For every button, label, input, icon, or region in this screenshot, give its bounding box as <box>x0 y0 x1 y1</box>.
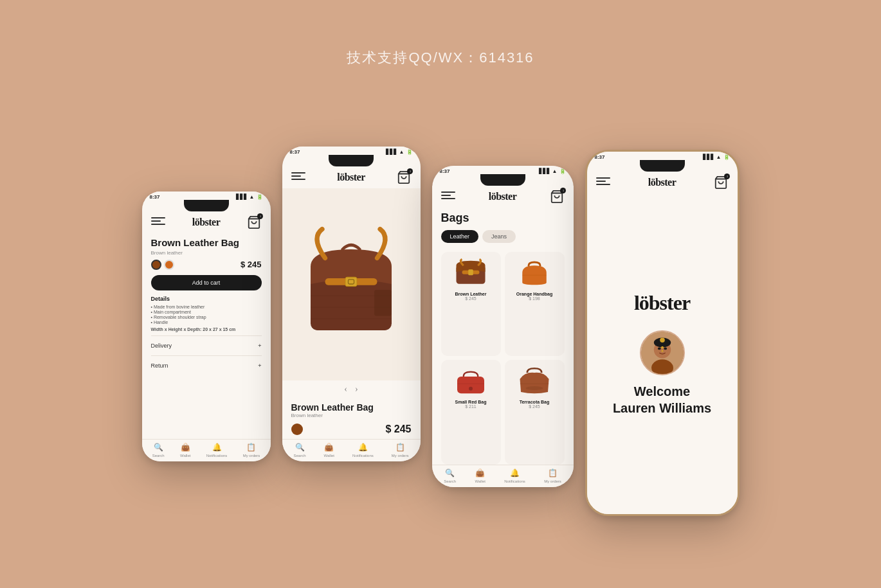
add-to-cart-button[interactable]: Add to cart <box>151 275 262 290</box>
product-title-2: Brown Leather Bag <box>291 402 412 413</box>
nav-search-3[interactable]: 🔍 Search <box>444 469 456 483</box>
status-icons-1: ▋▋▋ ▲ 🔋 <box>236 194 263 200</box>
screen2-info: Brown Leather Bag Brown leather $ 245 <box>282 398 421 439</box>
details-list: Made from bovine leather Main compartmen… <box>151 305 262 325</box>
nav-wallet-3[interactable]: 👜 Wallet <box>475 469 485 483</box>
details-title: Details <box>151 296 262 302</box>
nav-notifications-2[interactable]: 🔔 Notifications <box>352 443 374 458</box>
cart-icon-3[interactable]: 1 <box>550 190 564 204</box>
avatar-image <box>641 332 684 374</box>
cart-icon-4[interactable]: 1 <box>714 175 728 190</box>
bottom-nav-1: 🔍 Search 👜 Wallet 🔔 Notifications 📋 My o… <box>142 439 271 461</box>
swatch-orange[interactable] <box>164 260 174 270</box>
product-card-1[interactable]: Brown Leather $ 245 <box>441 252 501 357</box>
detail-item-1: Made from bovine leather <box>151 305 262 309</box>
menu-icon-3[interactable] <box>441 192 455 202</box>
detail-item-2: Main compartment <box>151 310 262 314</box>
menu-icon-1[interactable] <box>151 217 165 227</box>
status-icons-2: ▋▋▋ ▲ 🔋 <box>386 149 413 155</box>
cart-badge-1: 1 <box>257 213 263 219</box>
logo-3: löbster <box>489 191 517 202</box>
time-1: 8:37 <box>150 194 160 200</box>
bottom-nav-2: 🔍 Search 👜 Wallet 🔔 Notifications 📋 My o… <box>282 439 421 461</box>
status-bar-3: 8:37 ▋▋▋ ▲ 🔋 <box>432 166 574 174</box>
svg-point-28 <box>657 347 660 350</box>
product-img-4 <box>515 365 554 397</box>
svg-point-26 <box>661 346 664 348</box>
bag-illustration <box>293 220 409 348</box>
svg-point-19 <box>526 386 543 390</box>
product-card-4[interactable]: Terracota Bag $ 245 <box>505 360 565 465</box>
logo-2: löbster <box>337 172 365 183</box>
nav-search-1[interactable]: 🔍 Search <box>152 443 165 458</box>
product-price-4: $ 245 <box>529 404 540 409</box>
product-img-1 <box>451 257 490 289</box>
swatch-brown[interactable] <box>151 260 161 270</box>
cart-icon-1[interactable]: 1 <box>247 215 261 229</box>
cart-icon-2[interactable]: 1 <box>397 170 411 184</box>
notch-2 <box>329 155 374 166</box>
time-3: 8:37 <box>440 168 450 174</box>
nav-wallet-1[interactable]: 👜 Wallet <box>180 443 190 458</box>
product-img-2 <box>515 257 554 289</box>
product-name-3: Small Red Bag <box>455 400 486 404</box>
image-nav[interactable]: ‹ › <box>282 380 421 398</box>
app-header-4: löbster 1 <box>587 172 738 193</box>
bell-icon-1: 🔔 <box>212 443 221 452</box>
product-subtitle-1: Brown leather <box>151 250 262 256</box>
details-section: Details Made from bovine leather Main co… <box>151 296 262 332</box>
product-name-4: Terracota Bag <box>520 400 550 404</box>
swatch-single[interactable] <box>291 423 303 435</box>
notch-1 <box>184 200 229 211</box>
menu-icon-4[interactable] <box>596 177 610 188</box>
svg-rect-9 <box>374 290 392 316</box>
product-image-area <box>282 188 421 380</box>
svg-rect-15 <box>457 377 484 393</box>
nav-orders-1[interactable]: 📋 My orders <box>243 443 260 458</box>
search-icon-3: 🔍 <box>446 469 455 478</box>
logo-1: löbster <box>192 217 221 228</box>
color-price-row: $ 245 <box>151 260 262 270</box>
wallet-icon-1: 👜 <box>181 443 190 452</box>
notch-3 <box>480 174 525 186</box>
filter-leather[interactable]: Leather <box>441 230 479 243</box>
logo-4: löbster <box>648 177 677 188</box>
product-name-1: Brown Leather <box>455 292 486 296</box>
nav-orders-3[interactable]: 📋 My orders <box>544 469 561 483</box>
nav-notifications-1[interactable]: 🔔 Notifications <box>206 443 228 458</box>
filter-jeans[interactable]: Jeans <box>482 230 516 243</box>
dimensions: Width x Height x Depth: 20 x 27 x 15 cm <box>151 327 262 332</box>
search-icon-1: 🔍 <box>154 443 163 452</box>
welcome-logo: löbster <box>634 291 690 315</box>
product-card-3[interactable]: Small Red Bag $ 211 <box>441 360 501 465</box>
svg-rect-13 <box>468 269 473 275</box>
product-name-2: Orange Handbag <box>516 292 552 296</box>
status-icons-4: ▋▋▋ ▲ 🔋 <box>703 154 730 160</box>
status-bar-2: 8:37 ▋▋▋ ▲ 🔋 <box>282 147 421 155</box>
nav-orders-2[interactable]: 📋 My orders <box>392 443 409 458</box>
cart-badge-4: 1 <box>724 174 730 179</box>
status-bar-1: 8:37 ▋▋▋ ▲ 🔋 <box>142 192 271 200</box>
menu-icon-2[interactable] <box>291 172 305 183</box>
nav-wallet-2[interactable]: 👜 Wallet <box>324 443 334 458</box>
detail-item-3: Removable shoulder strap <box>151 315 262 319</box>
price-2: $ 245 <box>385 423 411 435</box>
phone-welcome: 8:37 ▋▋▋ ▲ 🔋 löbster 1 löbst <box>585 150 740 516</box>
svg-point-17 <box>469 386 473 390</box>
phone-product-image: 8:37 ▋▋▋ ▲ 🔋 löbster 1 <box>282 147 421 461</box>
return-row[interactable]: Return + <box>151 360 262 371</box>
nav-notifications-3[interactable]: 🔔 Notifications <box>504 469 525 483</box>
wallet-icon-3: 👜 <box>476 469 485 478</box>
bell-icon-2: 🔔 <box>358 443 367 452</box>
category-title: Bags <box>441 211 565 225</box>
delivery-row[interactable]: Delivery + <box>151 340 262 352</box>
product-card-2[interactable]: Orange Handbag $ 198 <box>505 252 565 357</box>
price-1: $ 245 <box>241 260 262 269</box>
notch-4 <box>640 160 685 172</box>
app-header-1: löbster 1 <box>142 211 271 233</box>
nav-search-2[interactable]: 🔍 Search <box>294 443 306 458</box>
orders-icon-3: 📋 <box>548 469 557 478</box>
svg-rect-4 <box>345 277 357 286</box>
product-price-1: $ 245 <box>465 296 477 301</box>
phone-product-detail: 8:37 ▋▋▋ ▲ 🔋 löbster 1 Brown <box>142 192 271 461</box>
